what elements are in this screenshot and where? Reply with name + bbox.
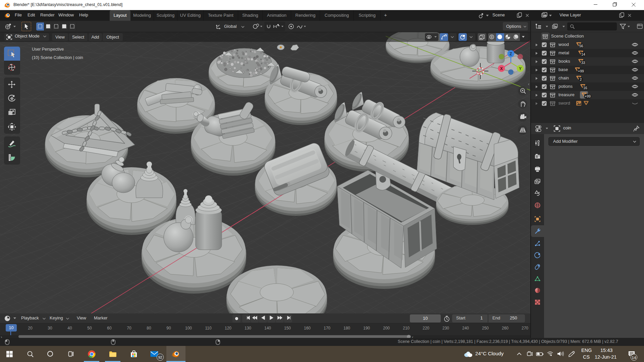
svg-text:Z: Z: [509, 52, 512, 56]
svg-text:Y: Y: [519, 66, 522, 71]
svg-text:X: X: [500, 66, 503, 71]
